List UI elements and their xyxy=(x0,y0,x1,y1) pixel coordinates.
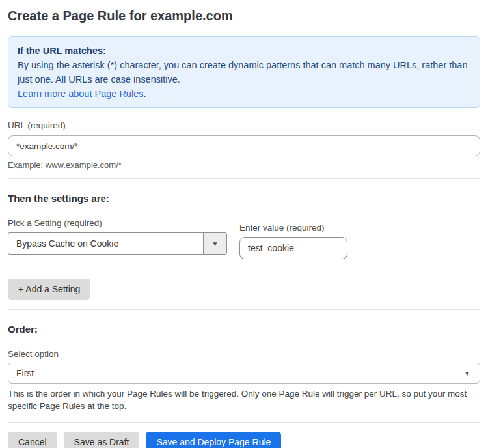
footer-actions: Cancel Save as Draft Save and Deploy Pag… xyxy=(8,432,480,448)
info-box-link-line: Learn more about Page Rules. xyxy=(18,87,470,101)
create-page-rule-form: Create a Page Rule for example.com If th… xyxy=(0,0,488,448)
enter-value-label: Enter value (required) xyxy=(239,223,347,233)
learn-more-page-rules-link[interactable]: Learn more about Page Rules xyxy=(18,89,143,99)
order-selected-value: First xyxy=(16,368,464,378)
divider xyxy=(8,309,480,310)
pick-setting-label: Pick a Setting (required) xyxy=(8,218,227,229)
save-and-deploy-button[interactable]: Save and Deploy Page Rule xyxy=(146,432,281,448)
url-match-info-box: If the URL matches: By using the asteris… xyxy=(8,36,480,108)
pick-setting-dropdown-button[interactable]: ▼ xyxy=(203,233,226,254)
dropdown-arrow-icon: ▼ xyxy=(212,240,219,247)
url-field-label: URL (required) xyxy=(8,120,480,131)
pick-setting-select[interactable]: Bypass Cache on Cookie ▼ xyxy=(8,232,227,255)
link-period: . xyxy=(143,89,146,99)
info-box-heading: If the URL matches: xyxy=(18,44,470,58)
order-select-label: Select option xyxy=(8,349,480,359)
divider xyxy=(8,178,480,179)
settings-section-heading: Then the settings are: xyxy=(8,193,480,204)
pick-setting-selected-value: Bypass Cache on Cookie xyxy=(8,233,203,254)
add-setting-button[interactable]: + Add a Setting xyxy=(8,279,90,300)
order-select[interactable]: First ▼ xyxy=(8,363,480,384)
url-example-text: Example: www.example.com/* xyxy=(8,160,480,170)
cancel-button[interactable]: Cancel xyxy=(8,432,57,448)
save-as-draft-button[interactable]: Save as Draft xyxy=(64,432,140,448)
divider xyxy=(8,422,480,423)
settings-row: Pick a Setting (required) Bypass Cache o… xyxy=(8,218,480,259)
setting-value-input[interactable] xyxy=(239,237,347,259)
pick-setting-column: Pick a Setting (required) Bypass Cache o… xyxy=(8,218,227,255)
dropdown-arrow-icon: ▼ xyxy=(464,370,470,377)
info-box-body: By using the asterisk (*) character, you… xyxy=(18,58,470,87)
order-help-text: This is the order in which your Page Rul… xyxy=(8,387,480,412)
page-title: Create a Page Rule for example.com xyxy=(8,8,480,23)
enter-value-column: Enter value (required) xyxy=(239,223,347,259)
url-input[interactable] xyxy=(8,135,480,156)
order-section-heading: Order: xyxy=(8,324,480,335)
